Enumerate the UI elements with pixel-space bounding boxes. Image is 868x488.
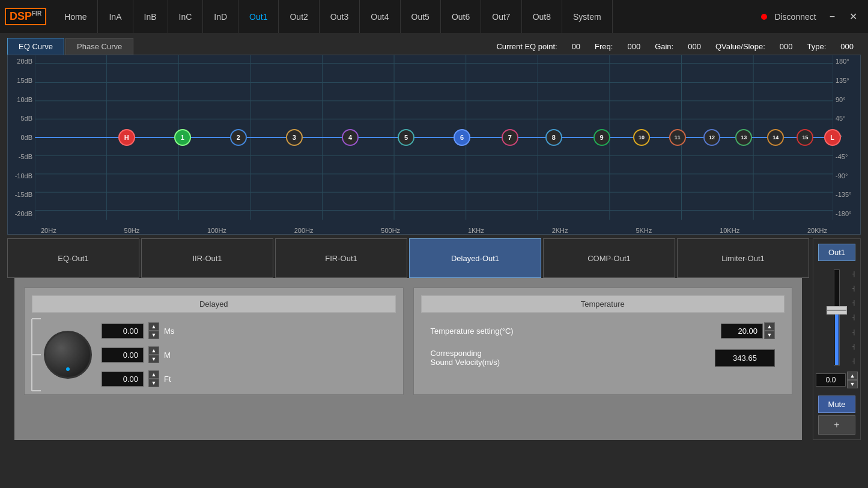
titlebar-right: Disconnect − ✕: [761, 11, 863, 22]
eq-node-12[interactable]: 12: [703, 129, 720, 146]
delay-ms-input[interactable]: [102, 324, 144, 339]
x-label-5khz: 5KHz: [636, 227, 652, 234]
eq-node-H[interactable]: H: [118, 129, 135, 146]
nav-out2[interactable]: Out2: [279, 0, 319, 33]
eq-node-1[interactable]: 1: [174, 129, 191, 146]
nav-out4[interactable]: Out4: [360, 0, 400, 33]
x-label-50hz: 50Hz: [124, 227, 140, 234]
delay-ft-up[interactable]: ▲: [148, 370, 159, 379]
close-button[interactable]: ✕: [843, 11, 863, 22]
mute-button[interactable]: Mute: [818, 396, 855, 413]
tab-phase-curve[interactable]: Phase Curve: [65, 38, 133, 55]
eq-node-11[interactable]: 11: [669, 129, 686, 146]
fader-up[interactable]: ▲: [847, 372, 858, 380]
y-label-r-90: 90°: [833, 96, 860, 103]
eq-node-3[interactable]: 3: [286, 129, 303, 146]
fader-down[interactable]: ▼: [847, 380, 858, 388]
qvalue-value: 000: [780, 42, 793, 51]
delayed-header: Delayed: [32, 295, 396, 313]
temp-setting-label: Temperature setting(°C): [431, 327, 514, 336]
x-label-10khz: 10KHz: [720, 227, 739, 234]
delay-ft-spinner: ▲ ▼: [148, 370, 159, 387]
eq-node-15[interactable]: 15: [797, 129, 813, 146]
eq-node-5[interactable]: 5: [398, 129, 414, 146]
y-labels-left: 20dB 15dB 10dB 5dB 0dB -5dB -10dB -15dB …: [8, 55, 35, 220]
eq-node-8[interactable]: 8: [545, 129, 562, 146]
gain-label: Gain:: [655, 42, 673, 51]
temp-down[interactable]: ▼: [764, 331, 775, 339]
eq-node-6[interactable]: 6: [454, 129, 470, 146]
delay-inputs: ▲ ▼ Ms ▲ ▼ M: [102, 322, 182, 387]
eq-chart[interactable]: 20dB 15dB 10dB 5dB 0dB -5dB -10dB -15dB …: [7, 55, 861, 235]
app-logo: DSPFIR: [5, 8, 46, 25]
minimize-button[interactable]: −: [824, 11, 841, 22]
bottom-section: EQ-Out1 IIR-Out1 FIR-Out1 Delayed-Out1 C…: [7, 238, 861, 440]
fader-track[interactable]: ┤ ┤ ┤ ┤ ┤ ┤ ┤: [834, 270, 840, 366]
eq-node-9[interactable]: 9: [593, 129, 610, 146]
module-tab-iir[interactable]: IIR-Out1: [141, 238, 273, 278]
temp-setting-input[interactable]: [721, 324, 763, 339]
y-label-r-n45: -45°: [833, 153, 860, 160]
fader-thumb[interactable]: [827, 306, 847, 315]
module-tab-eq[interactable]: EQ-Out1: [7, 238, 139, 278]
titlebar: DSPFIR Home InA InB InC InD Out1 Out2 Ou…: [0, 0, 868, 33]
fader-mark: ┤: [852, 344, 856, 349]
delay-m-down[interactable]: ▼: [148, 355, 159, 363]
nav-inA[interactable]: InA: [98, 0, 133, 33]
add-button[interactable]: +: [818, 415, 855, 435]
y-label-15db: 15dB: [8, 77, 35, 84]
tab-eq-curve[interactable]: EQ Curve: [7, 38, 64, 55]
delay-ft-row: ▲ ▼ Ft: [102, 370, 182, 387]
eq-node-10[interactable]: 10: [633, 129, 650, 146]
velocity-label: CorrespondingSound Velocity(m/s): [431, 349, 500, 367]
eq-node-2[interactable]: 2: [230, 129, 247, 146]
fader-area: ┤ ┤ ┤ ┤ ┤ ┤ ┤: [818, 264, 855, 372]
nav-out7[interactable]: Out7: [481, 0, 521, 33]
delay-ft-down[interactable]: ▼: [148, 379, 159, 387]
nav-out5[interactable]: Out5: [401, 0, 441, 33]
nav-out3[interactable]: Out3: [320, 0, 360, 33]
delay-ms-up[interactable]: ▲: [148, 322, 159, 331]
eq-node-L[interactable]: L: [824, 129, 841, 146]
delay-ms-down[interactable]: ▼: [148, 331, 159, 339]
x-label-100hz: 100Hz: [207, 227, 226, 234]
eq-node-13[interactable]: 13: [735, 129, 752, 146]
nav-out1[interactable]: Out1: [238, 0, 279, 33]
module-tab-delayed[interactable]: Delayed-Out1: [409, 238, 541, 278]
nav-system[interactable]: System: [562, 0, 613, 33]
delay-ms-spinner: ▲ ▼: [148, 322, 159, 339]
x-label-20hz: 20Hz: [41, 227, 56, 234]
module-tab-comp[interactable]: COMP-Out1: [543, 238, 675, 278]
y-label-10db: 10dB: [8, 96, 35, 103]
nav-out8[interactable]: Out8: [522, 0, 562, 33]
module-tabs: EQ-Out1 IIR-Out1 FIR-Out1 Delayed-Out1 C…: [7, 238, 809, 278]
y-label-n10db: -10dB: [8, 172, 35, 179]
delay-ms-row: ▲ ▼ Ms: [102, 322, 182, 339]
x-label-1khz: 1KHz: [468, 227, 484, 234]
y-label-20db: 20dB: [8, 58, 35, 65]
delay-m-input[interactable]: [102, 348, 144, 363]
nav-inB[interactable]: InB: [133, 0, 168, 33]
x-label-20khz: 20KHz: [807, 227, 827, 234]
nav-inC[interactable]: InC: [168, 0, 204, 33]
module-tab-fir[interactable]: FIR-Out1: [275, 238, 407, 278]
eq-node-14[interactable]: 14: [767, 129, 784, 146]
temp-spinner: ▲ ▼: [764, 322, 775, 339]
eq-point-label: Current EQ point:: [496, 42, 557, 51]
y-label-r-n135: -135°: [833, 191, 860, 198]
delay-m-up[interactable]: ▲: [148, 346, 159, 355]
eq-node-7[interactable]: 7: [502, 129, 518, 146]
module-tab-limiter[interactable]: Limiter-Out1: [677, 238, 809, 278]
temp-up[interactable]: ▲: [764, 322, 775, 331]
disconnect-button[interactable]: Disconnect: [769, 12, 821, 22]
delay-knob[interactable]: [44, 331, 92, 379]
nav-inD[interactable]: InD: [203, 0, 238, 33]
connection-status-dot: [761, 14, 767, 20]
delay-ft-input[interactable]: [102, 372, 144, 387]
nav-home[interactable]: Home: [53, 0, 98, 33]
eq-node-4[interactable]: 4: [342, 129, 359, 146]
fader-value-input[interactable]: [816, 373, 846, 387]
fader-marks: ┤ ┤ ┤ ┤ ┤ ┤ ┤: [852, 270, 856, 365]
temperature-section: Temperature Temperature setting(°C) ▲ ▼: [413, 288, 793, 395]
nav-out6[interactable]: Out6: [441, 0, 481, 33]
